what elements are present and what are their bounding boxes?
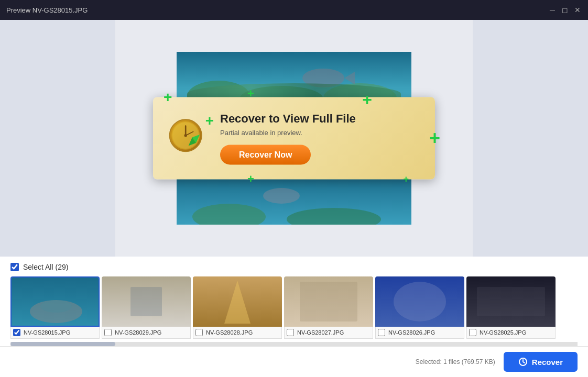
thumb-checkbox[interactable] — [469, 329, 476, 336]
thumbnail-item[interactable]: NV-GS28028.JPG — [193, 276, 282, 339]
underwater-top-svg — [177, 52, 411, 104]
thumb-checkbox[interactable] — [287, 329, 294, 336]
window-controls: ─ ◻ ✕ — [548, 6, 582, 14]
recover-subtitle: Partial available in preview. — [220, 129, 366, 137]
preview-area: + + + + + + — [0, 20, 588, 257]
select-all-label: Select All (29) — [23, 263, 68, 271]
svg-rect-22 — [130, 287, 162, 316]
preview-side-right — [473, 20, 588, 257]
svg-rect-30 — [477, 287, 545, 316]
thumb-image-wrapper — [193, 276, 282, 327]
thumb-filename: NV-GS28026.JPG — [388, 329, 435, 336]
svg-point-4 — [302, 69, 344, 87]
plus-deco-4: + — [429, 129, 440, 148]
preview-image-top — [177, 52, 411, 104]
recover-icon-area: + — [168, 117, 210, 159]
thumb-label-row: NV-GS28026.JPG — [375, 327, 464, 339]
thumb-svg-2 — [193, 276, 282, 327]
preview-side-left — [0, 20, 115, 257]
main-content: + + + + + + — [0, 20, 588, 377]
selected-info: Selected: 1 files (769.57 KB) — [416, 358, 495, 365]
recover-button-label: Recover — [532, 358, 563, 367]
thumb-checkbox[interactable] — [378, 329, 385, 336]
recover-overlay: + + + + + + — [153, 97, 435, 180]
thumb-filename: NV-GS28015.JPG — [24, 329, 70, 336]
thumbnail-item[interactable]: NV-GS28025.JPG — [466, 276, 556, 339]
title-bar: Preview NV-GS28015.JPG ─ ◻ ✕ — [0, 0, 588, 20]
thumb-image-wrapper — [10, 276, 100, 327]
thumb-label-row: NV-GS28029.JPG — [102, 327, 191, 339]
window-title: Preview NV-GS28015.JPG — [6, 6, 88, 14]
thumb-filename: NV-GS28025.JPG — [480, 329, 526, 336]
recover-title: Recover to View Full File — [220, 112, 366, 126]
maximize-button[interactable]: ◻ — [561, 6, 569, 14]
thumb-image-wrapper — [375, 276, 464, 327]
thumbnails-row: NV-GS28015.JPG NV-GS28029.JPG NV-GS28028… — [10, 276, 578, 339]
plus-deco-1: + — [164, 90, 172, 105]
thumb-label-row: NV-GS28025.JPG — [466, 327, 556, 339]
thumb-image-wrapper — [466, 276, 556, 327]
thumb-filename: NV-GS28028.JPG — [206, 329, 253, 336]
thumbnail-item[interactable]: NV-GS28029.JPG — [102, 276, 191, 339]
minimize-button[interactable]: ─ — [548, 6, 557, 14]
svg-rect-26 — [300, 282, 357, 321]
thumb-checkbox[interactable] — [195, 329, 203, 336]
thumb-image-wrapper — [284, 276, 373, 327]
thumb-svg-5 — [466, 276, 556, 327]
preview-image-bottom — [177, 172, 411, 225]
select-all-row: Select All (29) — [10, 263, 578, 271]
thumb-label-row: NV-GS28028.JPG — [193, 327, 282, 339]
thumbnail-item[interactable]: NV-GS28015.JPG — [10, 276, 100, 339]
thumbnail-item[interactable]: NV-GS28026.JPG — [375, 276, 464, 339]
recover-button[interactable]: Recover — [504, 352, 578, 372]
bottom-section: Select All (29) NV-GS28015.JPG — [0, 257, 588, 346]
svg-point-15 — [184, 134, 187, 137]
scrollbar-container[interactable] — [10, 342, 578, 346]
svg-rect-0 — [177, 52, 411, 104]
underwater-bottom-svg — [177, 172, 411, 225]
scrollbar-thumb[interactable] — [10, 342, 115, 346]
thumb-image-wrapper — [102, 276, 191, 327]
thumb-label-row: NV-GS28027.JPG — [284, 327, 373, 339]
thumb-checkbox[interactable] — [104, 329, 112, 336]
thumb-filename: NV-GS28027.JPG — [297, 329, 344, 336]
thumb-svg-4 — [375, 276, 464, 327]
thumb-filename: NV-GS28029.JPG — [115, 329, 161, 336]
svg-point-9 — [263, 188, 300, 204]
clock-icon — [168, 117, 205, 155]
recover-text-area: Recover to View Full File Partial availa… — [220, 112, 366, 165]
thumbnail-item[interactable]: NV-GS28027.JPG — [284, 276, 373, 339]
footer: Selected: 1 files (769.57 KB) Recover — [0, 346, 588, 377]
thumb-checkbox[interactable] — [13, 329, 20, 336]
svg-point-28 — [394, 282, 446, 321]
select-all-checkbox[interactable] — [10, 263, 19, 271]
svg-point-20 — [40, 300, 72, 313]
recover-now-button[interactable]: Recover Now — [220, 145, 311, 165]
thumb-label-row: NV-GS28015.JPG — [10, 327, 100, 339]
recover-icon — [518, 357, 528, 367]
plus-icon-overlay: + — [205, 113, 214, 128]
thumb-svg-0 — [12, 278, 100, 327]
thumb-svg-1 — [102, 276, 191, 327]
close-button[interactable]: ✕ — [573, 6, 582, 14]
thumb-svg-3 — [284, 276, 373, 327]
